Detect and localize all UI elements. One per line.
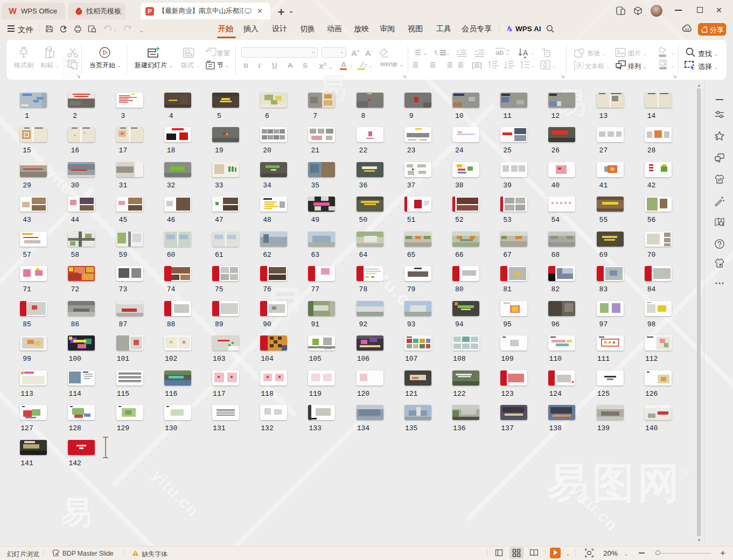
svg-text:A: A [578,62,582,68]
svg-text:A: A [523,48,528,57]
